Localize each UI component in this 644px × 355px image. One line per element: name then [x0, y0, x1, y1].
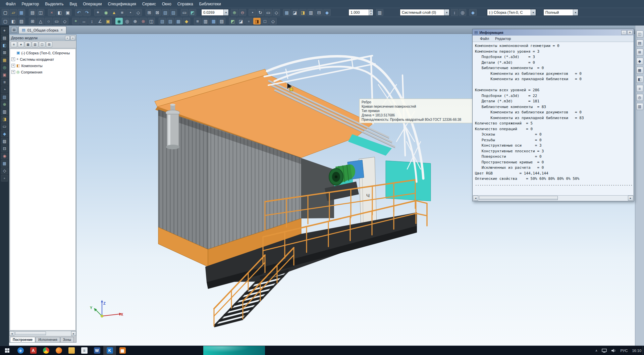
- tree-toolbar-button[interactable]: ◫: [39, 42, 45, 47]
- toolbar-icon[interactable]: ⌖: [72, 18, 79, 24]
- toolbar-icon[interactable]: ▭: [265, 9, 272, 16]
- layer-combo[interactable]: Системный слой (0) ▼: [400, 9, 449, 16]
- taskbar-app-icon[interactable]: [65, 346, 78, 355]
- right-dock-button[interactable]: ▦: [636, 67, 643, 74]
- spin-up-icon[interactable]: ▲: [369, 9, 373, 12]
- spin-down-icon[interactable]: ▼: [369, 12, 373, 15]
- toolbar-icon[interactable]: ▭: [181, 9, 188, 16]
- right-dock-button[interactable]: ▤: [636, 40, 643, 47]
- toolbar-icon[interactable]: ▩: [283, 9, 290, 16]
- toolbar-icon[interactable]: ⊗: [140, 18, 147, 24]
- toolbar-icon[interactable]: ◩: [189, 9, 196, 16]
- left-toolbar-icon[interactable]: ⊟: [1, 145, 8, 152]
- toolbar-icon[interactable]: ⊖: [239, 9, 246, 16]
- left-toolbar-icon[interactable]: ◆: [1, 131, 8, 137]
- right-dock-button[interactable]: ◆: [636, 58, 643, 65]
- toolbar-icon[interactable]: ◔: [126, 9, 134, 16]
- toolbar-icon[interactable]: ◇: [269, 18, 277, 24]
- right-dock-button[interactable]: ◎: [636, 94, 643, 101]
- tree-item[interactable]: + ⌖ Системы координат: [10, 56, 75, 62]
- toolbar-icon[interactable]: ▢: [2, 18, 9, 24]
- toolbar-icon[interactable]: ◆: [323, 9, 331, 16]
- tree-item[interactable]: + ◎ Сопряжения: [10, 69, 75, 75]
- left-toolbar-icon[interactable]: ◧: [1, 42, 8, 49]
- toolbar-icon[interactable]: △: [37, 18, 44, 24]
- line-width-combo[interactable]: 1.000 ▲ ▼: [348, 9, 373, 16]
- toolbar-icon[interactable]: ↻: [257, 9, 264, 16]
- expander-icon[interactable]: +: [11, 70, 15, 74]
- toolbar-icon[interactable]: ◎: [459, 9, 466, 16]
- left-toolbar-icon[interactable]: ▤: [1, 35, 8, 41]
- menu-item[interactable]: Библиотеки: [196, 1, 224, 7]
- left-toolbar-icon[interactable]: ▫: [1, 175, 8, 182]
- information-titlebar[interactable]: ▤ Информация ▫×: [473, 29, 634, 36]
- toolbar-icon[interactable]: ▥: [202, 18, 209, 24]
- left-toolbar-icon[interactable]: ▧: [1, 94, 8, 100]
- scrollbar-thumb[interactable]: [15, 332, 46, 335]
- close-icon[interactable]: ×: [60, 28, 63, 32]
- taskbar-app-icon[interactable]: [52, 346, 65, 355]
- toolbar-icon[interactable]: ▣: [64, 9, 71, 16]
- toolbar-icon[interactable]: □: [261, 18, 269, 24]
- toolbar-icon[interactable]: ∠: [96, 18, 104, 24]
- left-toolbar-icon[interactable]: ⊞: [1, 49, 8, 56]
- tray-chevron-icon[interactable]: ∧: [595, 349, 598, 352]
- left-toolbar-icon[interactable]: ◨: [1, 116, 8, 122]
- toolbar-icon[interactable]: ⊞: [146, 9, 153, 16]
- left-toolbar-icon[interactable]: ◉: [1, 153, 8, 159]
- taskbar-app-icon[interactable]: e: [14, 346, 27, 355]
- toolbar-icon[interactable]: ▭: [53, 18, 60, 24]
- right-dock-button[interactable]: ≡: [636, 85, 643, 92]
- left-toolbar-icon[interactable]: ◔: [1, 86, 8, 93]
- toolbar-icon[interactable]: ▧: [159, 18, 166, 24]
- speaker-icon[interactable]: [611, 349, 616, 353]
- model-tree-titlebar[interactable]: Дерево модели ▪×: [9, 35, 76, 41]
- panel-button[interactable]: ×: [70, 36, 75, 40]
- scrollbar-thumb[interactable]: [479, 196, 558, 200]
- toolbar-icon[interactable]: ◆: [183, 18, 190, 24]
- tree-tab[interactable]: Зоны: [60, 337, 74, 342]
- toolbar-icon[interactable]: ◩: [229, 18, 236, 24]
- taskbar-app-icon[interactable]: ▦: [116, 346, 129, 355]
- toolbar-icon[interactable]: ▥: [307, 9, 315, 16]
- toolbar-icon[interactable]: ◪: [291, 9, 299, 16]
- tree-toolbar-button[interactable]: ≡: [11, 42, 17, 47]
- toolbar-icon[interactable]: ⊠: [154, 9, 161, 16]
- toolbar-icon[interactable]: ◪: [237, 18, 245, 24]
- toolbar-icon[interactable]: ▩: [175, 18, 182, 24]
- toolbar-icon[interactable]: ↔: [80, 18, 88, 24]
- left-toolbar-icon[interactable]: ▦: [1, 57, 8, 63]
- tree-horizontal-scrollbar[interactable]: ◄ ►: [9, 331, 76, 336]
- toolbar-icon[interactable]: ◫: [37, 9, 44, 16]
- scroll-left-icon[interactable]: ◄: [9, 331, 14, 336]
- chevron-down-icon[interactable]: ▼: [531, 9, 536, 15]
- chevron-down-icon[interactable]: ▼: [573, 9, 578, 15]
- toolbar-icon[interactable]: ◉: [115, 18, 123, 24]
- scrollbar-track[interactable]: [14, 331, 71, 336]
- toolbar-icon[interactable]: ⊞: [29, 18, 36, 24]
- left-toolbar-icon[interactable]: ⌖: [1, 27, 8, 34]
- left-toolbar-icon[interactable]: ▥: [1, 108, 8, 115]
- toolbar-icon[interactable]: ↕: [88, 18, 96, 24]
- left-toolbar-icon[interactable]: ▨: [1, 138, 8, 145]
- toolbar-icon[interactable]: ◇: [61, 18, 68, 24]
- toolbar-icon[interactable]: ▫: [245, 18, 253, 24]
- right-dock-button[interactable]: ▥: [636, 103, 643, 110]
- toolbar-icon[interactable]: ▲: [110, 9, 118, 16]
- menu-item[interactable]: Окно: [159, 1, 174, 7]
- menu-item[interactable]: Операции: [80, 1, 105, 7]
- menu-item[interactable]: Сервис: [139, 1, 159, 7]
- tree-toolbar-button[interactable]: ▥: [32, 42, 38, 47]
- left-toolbar-icon[interactable]: ◇: [1, 167, 8, 174]
- toolbar-icon[interactable]: ↷: [83, 9, 91, 16]
- info-horizontal-scrollbar[interactable]: ◄ ►: [473, 195, 633, 201]
- taskbar-thumbnail[interactable]: [203, 346, 265, 355]
- toolbar-icon[interactable]: ≡: [194, 18, 201, 24]
- left-toolbar-icon[interactable]: ⊕: [1, 101, 8, 108]
- right-dock-button[interactable]: ⊞: [636, 49, 643, 56]
- expander-icon[interactable]: +: [11, 64, 15, 67]
- language-indicator[interactable]: РУС: [620, 349, 628, 353]
- left-toolbar-icon[interactable]: ▭: [1, 123, 8, 130]
- left-toolbar-icon[interactable]: ≡: [1, 79, 8, 86]
- toolbar-icon[interactable]: ▦: [18, 9, 25, 16]
